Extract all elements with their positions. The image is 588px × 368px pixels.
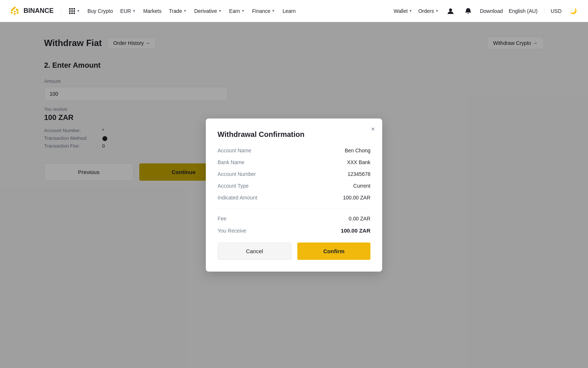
modal-account-number-label: Account Number (218, 171, 256, 177)
withdrawal-confirmation-modal: Withdrawal Confirmation × Account Name B… (206, 118, 382, 272)
nav-learn[interactable]: Learn (283, 8, 296, 14)
nav-earn[interactable]: Earn ▼ (229, 8, 245, 14)
page-background: Withdraw Fiat Order History → Withdraw C… (0, 22, 588, 368)
modal-account-number-row: Account Number 12345678 (218, 171, 370, 177)
nav-download[interactable]: Download (480, 8, 503, 14)
nav-theme-toggle-icon[interactable]: 🌙 (567, 5, 579, 17)
nav-profile-icon[interactable] (445, 5, 456, 17)
modal-account-name-row: Account Name Ben Chong (218, 148, 370, 153)
nav-trade[interactable]: Trade ▼ (169, 8, 187, 14)
nav-wallet[interactable]: Wallet ▼ (394, 8, 412, 14)
modal-you-receive-value: 100.00 ZAR (341, 227, 370, 234)
modal-close-button[interactable]: × (371, 126, 375, 132)
svg-rect-2 (71, 8, 73, 10)
modal-actions: Cancel Confirm (218, 243, 370, 260)
svg-rect-4 (69, 10, 71, 12)
nav-notifications-icon[interactable] (462, 5, 474, 17)
modal-bank-name-label: Bank Name (218, 159, 244, 165)
svg-rect-6 (74, 10, 75, 12)
svg-rect-1 (69, 8, 71, 10)
modal-account-type-value: Current (353, 183, 370, 189)
nav-separator (61, 7, 61, 15)
svg-point-10 (449, 8, 452, 11)
modal-account-type-row: Account Type Current (218, 183, 370, 189)
svg-rect-5 (71, 10, 73, 12)
nav-apps-icon[interactable]: ▼ (69, 8, 80, 14)
svg-rect-7 (69, 13, 71, 14)
nav-buy-crypto[interactable]: Buy Crypto (87, 8, 113, 14)
nav-locale[interactable]: English (AU) (509, 8, 538, 14)
modal-indicated-amount-label: Indicated Amount (218, 195, 257, 201)
modal-indicated-amount-value: 100.00 ZAR (343, 195, 370, 201)
modal-you-receive-row: You Receive 100.00 ZAR (218, 227, 370, 234)
logo-label: BINANCE (24, 7, 54, 15)
modal-confirm-button[interactable]: Confirm (297, 243, 370, 260)
apps-chevron: ▼ (76, 9, 80, 13)
modal-account-name-label: Account Name (218, 148, 251, 153)
modal-cancel-button[interactable]: Cancel (218, 243, 291, 260)
modal-fee-label: Fee (218, 216, 226, 222)
nav-markets[interactable]: Markets (143, 8, 162, 14)
modal-indicated-amount-row: Indicated Amount 100.00 ZAR (218, 195, 370, 201)
modal-account-type-label: Account Type (218, 183, 249, 189)
modal-title: Withdrawal Confirmation (218, 130, 370, 139)
modal-divider (218, 208, 370, 208)
svg-rect-9 (74, 13, 75, 14)
navbar: BINANCE ▼ Buy Crypto EUR ▼ Markets Trade… (0, 0, 588, 22)
modal-account-number-value: 12345678 (348, 171, 370, 177)
nav-eur[interactable]: EUR ▼ (120, 8, 136, 14)
nav-currency[interactable]: USD (551, 8, 562, 14)
nav-orders[interactable]: Orders ▼ (418, 8, 439, 14)
modal-bank-name-value: XXX Bank (347, 159, 370, 165)
nav-derivative[interactable]: Derivative ▼ (194, 8, 222, 14)
svg-rect-3 (74, 8, 75, 10)
modal-bank-name-row: Bank Name XXX Bank (218, 159, 370, 165)
nav-finance[interactable]: Finance ▼ (252, 8, 275, 14)
modal-backdrop: Withdrawal Confirmation × Account Name B… (0, 22, 588, 368)
svg-rect-8 (71, 13, 73, 14)
modal-fee-row: Fee 0.00 ZAR (218, 216, 370, 222)
modal-fee-value: 0.00 ZAR (349, 216, 370, 222)
modal-account-name-value: Ben Chong (345, 148, 370, 153)
modal-you-receive-label: You Receive (218, 228, 246, 234)
logo[interactable]: BINANCE (9, 5, 54, 17)
